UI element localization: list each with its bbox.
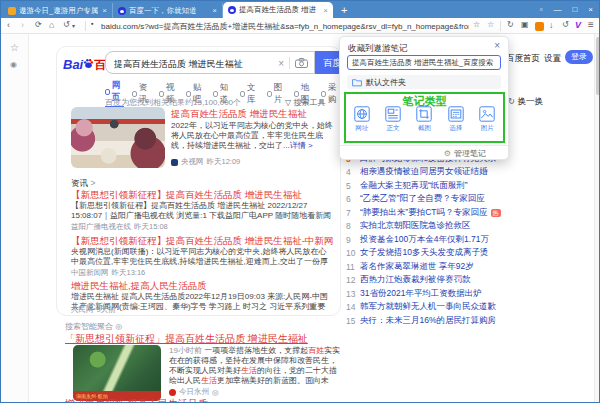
hot-search-item[interactable]: 7“肺要拍出来”要拍CT吗？专家回应热 bbox=[346, 206, 591, 220]
scrollbar-thumb[interactable] bbox=[596, 37, 600, 95]
result2-snippet: 【新思想引领新征程】提高百姓生活品质 增进民生福祉 2022/12/27 15:… bbox=[71, 201, 333, 221]
browser-side-strip: ☆ ◉ bbox=[1, 34, 29, 403]
web-icon bbox=[105, 89, 110, 95]
result2-source: 益阳广播电视在线昨天15:08 bbox=[71, 222, 168, 232]
panel-icon[interactable]: ▫ bbox=[540, 5, 543, 14]
note-type-article[interactable]: 正文 bbox=[380, 106, 406, 133]
screenshot-icon[interactable]: ▣ bbox=[521, 20, 529, 29]
note-type-annotation-box: 笔记类型 网址 正文 截图 选择 bbox=[344, 92, 505, 143]
hot-search-item[interactable]: 14韩军方就朝鲜无人机一事向民众道歉 bbox=[346, 301, 591, 315]
download-icon[interactable]: ↓ bbox=[549, 20, 554, 30]
sync-icon[interactable]: ↺ bbox=[562, 20, 569, 29]
hot-search-item[interactable]: 15央行：未来三月16%的居民打算购房 bbox=[346, 314, 591, 328]
tab-close-icon[interactable]: × bbox=[212, 6, 217, 15]
tab-close-icon[interactable]: × bbox=[323, 6, 328, 15]
result5-snippet: 19小时前 一项项举措落地生效，支撑起百姓实实在在的获得感，坚持在发展中保障和改… bbox=[169, 346, 341, 386]
folder-selector[interactable]: 默认文件夹 bbox=[347, 75, 501, 89]
add-favorite-icon[interactable]: ☆ bbox=[473, 20, 480, 29]
tab-favicon bbox=[228, 6, 236, 14]
globe-icon bbox=[354, 106, 370, 122]
extension-icon[interactable] bbox=[535, 22, 544, 31]
page-scrollbar[interactable] bbox=[594, 34, 600, 403]
manage-notes-link[interactable]: 管理笔记 bbox=[454, 148, 486, 159]
hot-search-item[interactable]: 9投资基金100万本金4年仅剩1.71万 bbox=[346, 233, 591, 247]
refresh-circle-icon: ↻ bbox=[508, 96, 515, 106]
hot-search-item[interactable]: 8实拍北京朝阳医院急诊抢救区 bbox=[346, 220, 591, 234]
camera-search-icon[interactable] bbox=[295, 58, 308, 68]
note-type-image[interactable]: 图片 bbox=[474, 106, 500, 133]
info-circle-icon[interactable]: ◎ bbox=[115, 322, 122, 331]
hot-search-item[interactable]: 1331省份2021年平均工资数据出炉 bbox=[346, 287, 591, 301]
result3-source: 中国新闻网昨天13:16 bbox=[71, 268, 145, 278]
chevron-down-icon[interactable]: ▾ bbox=[72, 22, 75, 29]
vip-icon[interactable]: V bbox=[575, 20, 581, 30]
login-button[interactable]: 登录 bbox=[565, 50, 593, 64]
home-icon[interactable]: ⌂ bbox=[49, 20, 54, 30]
minimize-button[interactable]: — bbox=[553, 5, 561, 14]
info-circle-icon[interactable]: ◎ bbox=[212, 388, 219, 397]
hot-search-item[interactable]: 6“乙类乙管”阳了全自费？专家回应 bbox=[346, 193, 591, 207]
tab-wenku[interactable]: 文库 bbox=[240, 80, 259, 108]
site-security-icon[interactable]: ▪ bbox=[91, 20, 93, 27]
refresh-icon[interactable]: ⟳ bbox=[35, 20, 42, 29]
search-box[interactable]: 提高百姓生活品质 增进民生福祉 × bbox=[105, 51, 315, 74]
hot-search-item[interactable]: 12西热力江炮轰裁判被停赛罚款 bbox=[346, 274, 591, 288]
tab-images[interactable]: 图片 bbox=[267, 80, 286, 108]
divider bbox=[289, 57, 290, 69]
result1-title[interactable]: 提高百姓生活品质 增进民生福祉 bbox=[171, 108, 336, 121]
reader-eye-icon[interactable]: ◉ bbox=[10, 60, 17, 69]
folder-name: 默认文件夹 bbox=[366, 77, 406, 88]
document-icon bbox=[385, 106, 401, 122]
hot-search-item[interactable]: 11著名作家葛翠琳逝世 享年92岁 bbox=[346, 260, 591, 274]
result5-thumbnail[interactable]: 湖南永州·航拍 bbox=[73, 345, 161, 401]
selection-icon bbox=[448, 106, 464, 122]
folder-icon bbox=[352, 78, 362, 87]
menu-icon[interactable]: ≡ bbox=[588, 19, 594, 30]
tab-close-icon[interactable]: × bbox=[102, 6, 107, 15]
tab-favicon bbox=[118, 7, 126, 15]
chevron-right-icon: > bbox=[90, 178, 95, 188]
crop-icon bbox=[416, 106, 432, 122]
hot-search-item[interactable]: 5金融大案主犯再现“纸面服刑” bbox=[346, 179, 591, 193]
settings-link[interactable]: 设置 bbox=[544, 53, 561, 65]
hot-badge: 热 bbox=[491, 209, 501, 217]
logo-bai-text: Bai bbox=[63, 57, 83, 72]
forward-icon[interactable]: › bbox=[21, 20, 24, 30]
note-title-input[interactable] bbox=[347, 55, 501, 70]
tab-search-results[interactable]: 提高百姓生活品质 增进 × bbox=[223, 2, 333, 18]
baidu-home-link[interactable]: 百度首页 bbox=[506, 53, 540, 65]
divider bbox=[500, 21, 501, 31]
history-icon[interactable]: ↻ bbox=[507, 20, 514, 29]
note-type-url[interactable]: 网址 bbox=[349, 106, 375, 133]
hot-search-item[interactable]: 4相亲遇疫情被迫同居男女领证结婚 bbox=[346, 166, 591, 180]
search-tools[interactable]: ▽ 搜索工具 bbox=[285, 97, 325, 108]
result1-more-link[interactable]: 详情 > bbox=[290, 141, 313, 150]
recently-closed-icon[interactable]: ↺ bbox=[63, 20, 70, 29]
result1-source: 央视网昨天12:09 bbox=[171, 157, 240, 167]
close-window-button[interactable]: × bbox=[588, 5, 593, 14]
new-tab-button[interactable]: + bbox=[341, 4, 347, 16]
back-icon[interactable]: ‹ bbox=[7, 20, 10, 30]
popup-close-icon[interactable]: × bbox=[494, 40, 500, 51]
clear-search-icon[interactable]: × bbox=[278, 58, 284, 69]
browser-toolbar: ‹ › ⟳ ⌂ ↺ ▾ ▪ baidu.com/s?wd=提高百姓生活品质+增进… bbox=[1, 18, 599, 34]
note-type-selection[interactable]: 选择 bbox=[443, 106, 469, 133]
maximize-button[interactable]: □ bbox=[572, 5, 577, 14]
tab-title: 百度一下，你就知道 bbox=[129, 6, 208, 16]
note-type-buttons: 网址 正文 截图 选择 图片 bbox=[346, 106, 503, 133]
tab-maxthon-today[interactable]: 遨游今日_遨游用户专属 × bbox=[3, 3, 113, 18]
result5-title[interactable]: 「新思想引领新征程」提高百姓生活品质 增进民生福祉 bbox=[65, 332, 340, 346]
result6-title[interactable]: 增进民生福祉 提高人民生活品质 bbox=[65, 397, 340, 403]
image-icon bbox=[267, 91, 272, 97]
tab-baidu-home[interactable]: 百度一下，你就知道 × bbox=[113, 3, 223, 18]
tab-favicon bbox=[8, 7, 16, 15]
browser-window: 遨游今日_遨游用户专属 × 百度一下，你就知道 × 提高百姓生活品质 增进 × … bbox=[0, 0, 600, 403]
favorites-star-icon[interactable]: ☆ bbox=[10, 42, 19, 53]
result1-thumbnail[interactable] bbox=[71, 107, 165, 168]
hot-search-item[interactable]: 10女子发烧捂10多天头发变成离子烫 bbox=[346, 247, 591, 261]
tab-title: 提高百姓生活品质 增进 bbox=[239, 5, 319, 15]
maxnote-star-icon[interactable]: ☆ bbox=[487, 20, 494, 29]
address-bar[interactable]: baidu.com/s?wd=提高百姓生活品质+增进民生福祉&sa=fyb_n_… bbox=[101, 21, 469, 32]
hot-refresh-button[interactable]: ↻ 换一换 bbox=[508, 96, 543, 108]
note-type-screenshot[interactable]: 截图 bbox=[411, 106, 437, 133]
